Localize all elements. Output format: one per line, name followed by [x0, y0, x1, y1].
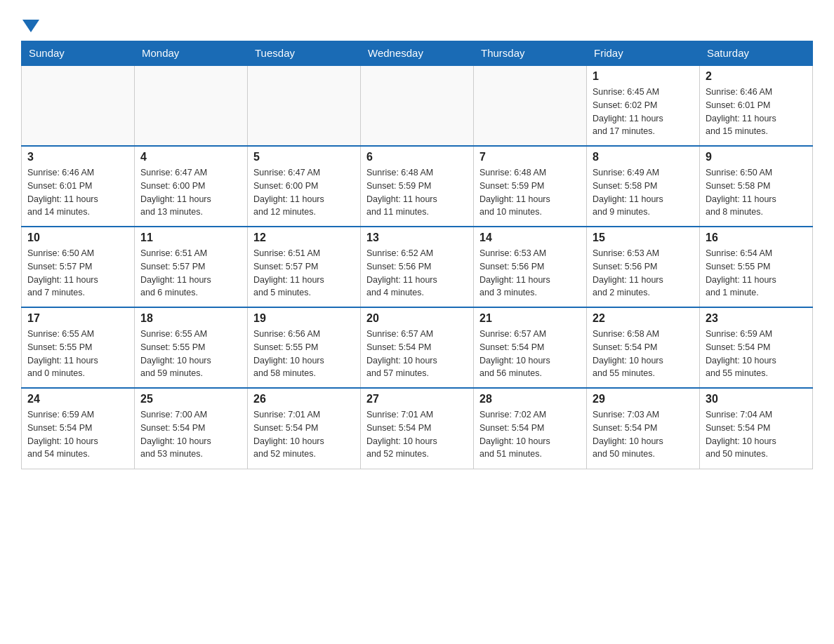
- calendar-cell: 21Sunrise: 6:57 AM Sunset: 5:54 PM Dayli…: [474, 307, 587, 388]
- day-info: Sunrise: 6:47 AM Sunset: 6:00 PM Dayligh…: [253, 166, 355, 219]
- calendar-cell: 17Sunrise: 6:55 AM Sunset: 5:55 PM Dayli…: [22, 307, 135, 388]
- weekday-header-friday: Friday: [587, 41, 700, 66]
- weekday-header-tuesday: Tuesday: [248, 41, 361, 66]
- calendar-cell: 8Sunrise: 6:49 AM Sunset: 5:58 PM Daylig…: [587, 146, 700, 227]
- day-info: Sunrise: 6:55 AM Sunset: 5:55 PM Dayligh…: [140, 328, 241, 380]
- calendar-cell: 22Sunrise: 6:58 AM Sunset: 5:54 PM Dayli…: [587, 307, 700, 388]
- day-number: 16: [706, 232, 807, 244]
- weekday-header-row: SundayMondayTuesdayWednesdayThursdayFrid…: [22, 41, 813, 66]
- day-number: 1: [593, 70, 694, 83]
- day-number: 20: [366, 312, 468, 325]
- day-number: 17: [27, 312, 128, 325]
- calendar-cell: 9Sunrise: 6:50 AM Sunset: 5:58 PM Daylig…: [700, 146, 813, 227]
- calendar-cell: 26Sunrise: 7:01 AM Sunset: 5:54 PM Dayli…: [248, 388, 361, 469]
- calendar-cell: [361, 65, 474, 146]
- calendar-cell: [22, 65, 135, 146]
- day-info: Sunrise: 7:01 AM Sunset: 5:54 PM Dayligh…: [253, 408, 355, 461]
- day-number: 25: [140, 393, 241, 405]
- day-number: 21: [479, 312, 581, 325]
- calendar-cell: [474, 65, 587, 146]
- day-number: 14: [479, 232, 581, 244]
- calendar-cell: 5Sunrise: 6:47 AM Sunset: 6:00 PM Daylig…: [248, 146, 361, 227]
- calendar-cell: 18Sunrise: 6:55 AM Sunset: 5:55 PM Dayli…: [135, 307, 248, 388]
- calendar-cell: 3Sunrise: 6:46 AM Sunset: 6:01 PM Daylig…: [22, 146, 135, 227]
- day-number: 18: [140, 312, 241, 325]
- day-info: Sunrise: 7:04 AM Sunset: 5:54 PM Dayligh…: [706, 408, 807, 461]
- calendar-cell: 27Sunrise: 7:01 AM Sunset: 5:54 PM Dayli…: [361, 388, 474, 469]
- day-number: 11: [140, 232, 241, 244]
- day-number: 24: [27, 393, 128, 405]
- weekday-header-sunday: Sunday: [22, 41, 135, 66]
- calendar-cell: 6Sunrise: 6:48 AM Sunset: 5:59 PM Daylig…: [361, 146, 474, 227]
- day-info: Sunrise: 6:51 AM Sunset: 5:57 PM Dayligh…: [140, 247, 241, 300]
- day-number: 12: [253, 232, 355, 244]
- day-info: Sunrise: 6:57 AM Sunset: 5:54 PM Dayligh…: [479, 328, 581, 380]
- calendar-cell: [135, 65, 248, 146]
- day-info: Sunrise: 6:50 AM Sunset: 5:57 PM Dayligh…: [27, 247, 128, 300]
- day-number: 8: [593, 151, 694, 163]
- day-info: Sunrise: 6:45 AM Sunset: 6:02 PM Dayligh…: [593, 86, 694, 138]
- day-info: Sunrise: 7:00 AM Sunset: 5:54 PM Dayligh…: [140, 408, 241, 461]
- calendar-cell: 7Sunrise: 6:48 AM Sunset: 5:59 PM Daylig…: [474, 146, 587, 227]
- day-info: Sunrise: 6:48 AM Sunset: 5:59 PM Dayligh…: [366, 166, 468, 219]
- calendar-cell: 16Sunrise: 6:54 AM Sunset: 5:55 PM Dayli…: [700, 227, 813, 307]
- day-number: 28: [479, 393, 581, 405]
- day-info: Sunrise: 6:46 AM Sunset: 6:01 PM Dayligh…: [27, 166, 128, 219]
- calendar-cell: 10Sunrise: 6:50 AM Sunset: 5:57 PM Dayli…: [22, 227, 135, 307]
- calendar-cell: 30Sunrise: 7:04 AM Sunset: 5:54 PM Dayli…: [700, 388, 813, 469]
- day-info: Sunrise: 6:57 AM Sunset: 5:54 PM Dayligh…: [366, 328, 468, 380]
- day-number: 30: [706, 393, 807, 405]
- day-info: Sunrise: 6:54 AM Sunset: 5:55 PM Dayligh…: [706, 247, 807, 300]
- week-row-2: 3Sunrise: 6:46 AM Sunset: 6:01 PM Daylig…: [22, 146, 813, 227]
- day-number: 29: [593, 393, 694, 405]
- calendar-cell: 14Sunrise: 6:53 AM Sunset: 5:56 PM Dayli…: [474, 227, 587, 307]
- day-number: 2: [706, 70, 807, 83]
- day-info: Sunrise: 7:03 AM Sunset: 5:54 PM Dayligh…: [593, 408, 694, 461]
- day-info: Sunrise: 6:53 AM Sunset: 5:56 PM Dayligh…: [479, 247, 581, 300]
- day-number: 19: [253, 312, 355, 325]
- day-number: 4: [140, 151, 241, 163]
- calendar-cell: 15Sunrise: 6:53 AM Sunset: 5:56 PM Dayli…: [587, 227, 700, 307]
- day-number: 23: [706, 312, 807, 325]
- calendar-table: SundayMondayTuesdayWednesdayThursdayFrid…: [21, 41, 813, 469]
- calendar-cell: 20Sunrise: 6:57 AM Sunset: 5:54 PM Dayli…: [361, 307, 474, 388]
- weekday-header-thursday: Thursday: [474, 41, 587, 66]
- logo: [21, 21, 39, 34]
- day-number: 9: [706, 151, 807, 163]
- day-number: 10: [27, 232, 128, 244]
- day-info: Sunrise: 6:48 AM Sunset: 5:59 PM Dayligh…: [479, 166, 581, 219]
- day-info: Sunrise: 6:46 AM Sunset: 6:01 PM Dayligh…: [706, 86, 807, 138]
- day-info: Sunrise: 6:59 AM Sunset: 5:54 PM Dayligh…: [706, 328, 807, 380]
- day-number: 5: [253, 151, 355, 163]
- day-number: 6: [366, 151, 468, 163]
- day-info: Sunrise: 6:52 AM Sunset: 5:56 PM Dayligh…: [366, 247, 468, 300]
- weekday-header-saturday: Saturday: [700, 41, 813, 66]
- calendar-cell: 24Sunrise: 6:59 AM Sunset: 5:54 PM Dayli…: [22, 388, 135, 469]
- calendar-cell: 13Sunrise: 6:52 AM Sunset: 5:56 PM Dayli…: [361, 227, 474, 307]
- weekday-header-monday: Monday: [135, 41, 248, 66]
- calendar-cell: 11Sunrise: 6:51 AM Sunset: 5:57 PM Dayli…: [135, 227, 248, 307]
- day-info: Sunrise: 6:47 AM Sunset: 6:00 PM Dayligh…: [140, 166, 241, 219]
- day-number: 13: [366, 232, 468, 244]
- day-number: 27: [366, 393, 468, 405]
- day-info: Sunrise: 6:55 AM Sunset: 5:55 PM Dayligh…: [27, 328, 128, 380]
- calendar-cell: 23Sunrise: 6:59 AM Sunset: 5:54 PM Dayli…: [700, 307, 813, 388]
- calendar-cell: 28Sunrise: 7:02 AM Sunset: 5:54 PM Dayli…: [474, 388, 587, 469]
- week-row-3: 10Sunrise: 6:50 AM Sunset: 5:57 PM Dayli…: [22, 227, 813, 307]
- calendar-cell: 2Sunrise: 6:46 AM Sunset: 6:01 PM Daylig…: [700, 65, 813, 146]
- day-number: 7: [479, 151, 581, 163]
- day-info: Sunrise: 7:01 AM Sunset: 5:54 PM Dayligh…: [366, 408, 468, 461]
- day-info: Sunrise: 6:53 AM Sunset: 5:56 PM Dayligh…: [593, 247, 694, 300]
- day-number: 26: [253, 393, 355, 405]
- calendar-cell: 4Sunrise: 6:47 AM Sunset: 6:00 PM Daylig…: [135, 146, 248, 227]
- header: [21, 14, 813, 34]
- day-number: 15: [593, 232, 694, 244]
- calendar-cell: 19Sunrise: 6:56 AM Sunset: 5:55 PM Dayli…: [248, 307, 361, 388]
- calendar-cell: 12Sunrise: 6:51 AM Sunset: 5:57 PM Dayli…: [248, 227, 361, 307]
- day-number: 22: [593, 312, 694, 325]
- logo-triangle-icon: [22, 20, 39, 32]
- day-info: Sunrise: 6:58 AM Sunset: 5:54 PM Dayligh…: [593, 328, 694, 380]
- calendar-cell: 29Sunrise: 7:03 AM Sunset: 5:54 PM Dayli…: [587, 388, 700, 469]
- day-info: Sunrise: 6:50 AM Sunset: 5:58 PM Dayligh…: [706, 166, 807, 219]
- day-info: Sunrise: 7:02 AM Sunset: 5:54 PM Dayligh…: [479, 408, 581, 461]
